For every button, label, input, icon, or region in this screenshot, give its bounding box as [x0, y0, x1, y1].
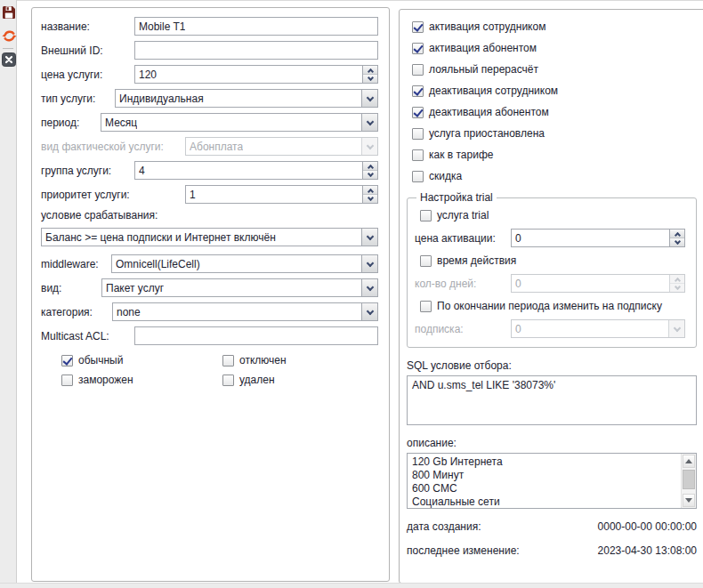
checkbox[interactable] — [420, 255, 432, 267]
status-checkbox-group: обычный отключен заморожен удален — [56, 354, 378, 386]
days-count-label: кол-во дней: — [415, 278, 511, 290]
spin-down-button[interactable] — [670, 238, 684, 246]
status-frozen[interactable]: заморожен — [56, 374, 217, 386]
checkbox[interactable] — [222, 355, 234, 366]
checkbox[interactable] — [412, 43, 424, 54]
kind-select[interactable]: Пакет услуг — [101, 278, 378, 297]
field-name: название: Mobile T1 — [41, 17, 378, 36]
field-period: период: Месяц — [41, 113, 378, 132]
category-label: категория: — [41, 306, 112, 318]
dropdown-button[interactable] — [361, 303, 377, 320]
flag-loyal-recalculation[interactable]: лояльный перерасчёт — [407, 63, 697, 76]
description-textarea[interactable]: 120 Gb Интернета 800 Минут 600 СМС Социа… — [407, 453, 697, 509]
trigger-condition-select[interactable]: Баланс >= цена подписки и Интернет включ… — [41, 228, 378, 246]
checkbox[interactable] — [420, 301, 432, 312]
service-priority-label: приоритет услуги: — [41, 189, 185, 201]
close-button[interactable] — [2, 52, 16, 67]
dropdown-button[interactable] — [361, 90, 377, 107]
field-service-type: тип услуги: Индивидуальная — [41, 89, 378, 108]
field-price: цена услуги: 120 — [41, 65, 378, 84]
checkbox[interactable] — [420, 210, 432, 222]
service-group-spinner[interactable]: 4 — [134, 161, 378, 180]
creation-date-row: дата создания: 0000-00-00 00:00:00 — [407, 520, 697, 533]
trial-service-checkbox-row[interactable]: услуга trial — [415, 209, 685, 222]
external-id-input[interactable] — [134, 41, 378, 60]
spin-up-button[interactable] — [363, 66, 377, 74]
price-spinner[interactable]: 120 — [134, 65, 378, 84]
spin-up-button[interactable] — [670, 230, 684, 238]
checkbox[interactable] — [412, 149, 424, 161]
description-label: описание: — [407, 437, 697, 449]
service-group-label: группа услуги: — [41, 165, 134, 177]
subscription-select: 0 — [511, 319, 685, 338]
category-select[interactable]: none — [112, 302, 378, 321]
checkbox[interactable] — [412, 64, 424, 76]
spin-down-button[interactable] — [363, 74, 377, 83]
dropdown-button[interactable] — [361, 279, 377, 296]
toolbar-separator — [3, 48, 13, 49]
status-normal[interactable]: обычный — [56, 354, 217, 366]
dropdown-button[interactable] — [361, 255, 377, 272]
flag-deactivation-by-subscriber[interactable]: деактивация абонентом — [407, 106, 697, 118]
checkbox[interactable] — [412, 128, 424, 140]
checkbox[interactable] — [61, 375, 73, 386]
service-priority-spinner[interactable]: 1 — [185, 185, 378, 204]
spin-down-button[interactable] — [363, 194, 377, 203]
flag-as-in-tariff[interactable]: как в тарифе — [407, 149, 697, 161]
spin-up-button[interactable] — [363, 162, 377, 170]
spin-down-button[interactable] — [363, 170, 377, 179]
dropdown-button[interactable] — [361, 114, 377, 131]
activation-price-spinner[interactable]: 0 — [511, 229, 685, 247]
checkbox[interactable] — [412, 171, 424, 182]
status-disabled[interactable]: отключен — [217, 354, 378, 366]
refresh-button[interactable] — [2, 28, 16, 43]
spin-up-button[interactable] — [363, 186, 377, 194]
status-deleted[interactable]: удален — [217, 374, 378, 386]
flag-discount[interactable]: скидка — [407, 170, 697, 182]
field-subscription: подписка: 0 — [415, 319, 685, 338]
save-button[interactable] — [2, 5, 16, 20]
multicast-acl-label: Multicast ACL: — [41, 330, 134, 342]
multicast-acl-input[interactable] — [134, 326, 378, 345]
chevron-down-icon — [366, 117, 373, 125]
scrollbar[interactable] — [681, 454, 696, 508]
checkbox[interactable] — [412, 21, 424, 33]
sql-condition-textarea[interactable]: AND u.sms_tel LIKE '38073%' — [407, 375, 697, 425]
last-modified-row: последнее изменение: 2023-04-30 13:08:00 — [407, 544, 697, 557]
checkbox[interactable] — [61, 355, 73, 366]
trial-settings-fieldset: Настройка trial услуга trial цена актива… — [407, 191, 697, 348]
flag-service-suspended[interactable]: услуга приостановлена — [407, 127, 697, 140]
flag-activation-by-staff[interactable]: активация сотрудником — [407, 20, 697, 33]
toolbar — [0, 0, 17, 583]
activation-price-label: цена активации: — [415, 232, 511, 245]
triangle-up-icon — [685, 459, 692, 463]
checkbox[interactable] — [412, 107, 424, 118]
scroll-up-button[interactable] — [683, 455, 695, 468]
period-select[interactable]: Месяц — [101, 113, 378, 132]
description-line: 800 Минут — [412, 469, 676, 482]
save-icon — [2, 5, 16, 20]
checkbox[interactable] — [412, 85, 424, 97]
change-to-subscription-checkbox-row[interactable]: По окончании периода изменить на подписк… — [415, 300, 685, 312]
field-service-group: группа услуги: 4 — [41, 161, 378, 180]
dropdown-button — [361, 138, 377, 155]
scrollbar-thumb[interactable] — [683, 470, 695, 489]
last-modified-label: последнее изменение: — [407, 544, 520, 557]
description-line: 600 СМС — [412, 482, 676, 495]
flag-activation-by-subscriber[interactable]: активация абонентом — [407, 42, 697, 54]
duration-checkbox-row[interactable]: время действия — [415, 254, 685, 267]
field-actual-service-kind: вид фактической услуги: Абонплата — [41, 137, 378, 156]
last-modified-value: 2023-04-30 13:08:00 — [598, 544, 697, 557]
refresh-icon — [2, 28, 17, 44]
close-icon — [2, 52, 16, 67]
flag-deactivation-by-staff[interactable]: деактивация сотрудником — [407, 85, 697, 97]
scroll-down-button[interactable] — [683, 494, 695, 507]
service-type-select[interactable]: Индивидуальная — [115, 89, 378, 108]
kind-label: вид: — [41, 282, 101, 294]
name-input[interactable]: Mobile T1 — [134, 17, 378, 36]
days-count-spinner: 0 — [511, 274, 685, 293]
dropdown-button[interactable] — [361, 229, 377, 246]
middleware-select[interactable]: Omnicell(LifeCell) — [111, 254, 378, 273]
checkbox[interactable] — [222, 375, 234, 386]
field-external-id: Внешний ID: — [41, 41, 378, 60]
